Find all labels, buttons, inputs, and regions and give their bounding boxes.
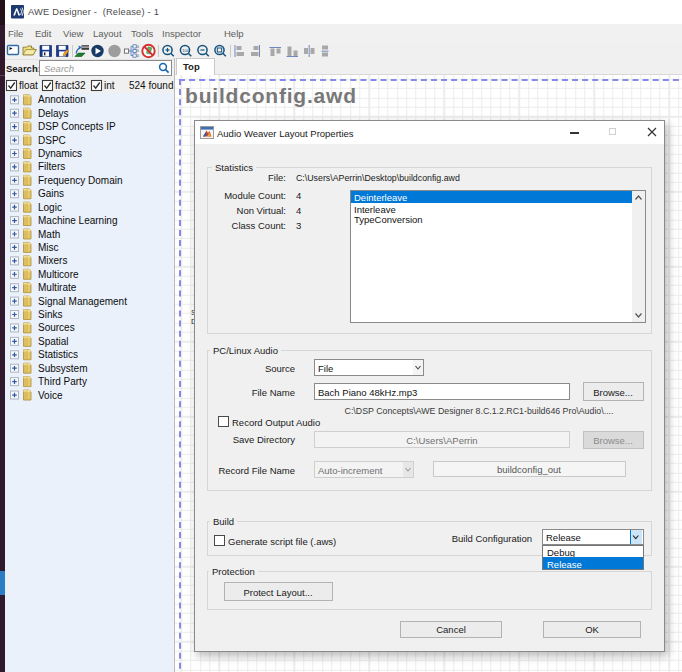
svg-text:100: 100 [182, 48, 190, 53]
svg-text:0: 0 [137, 53, 140, 58]
